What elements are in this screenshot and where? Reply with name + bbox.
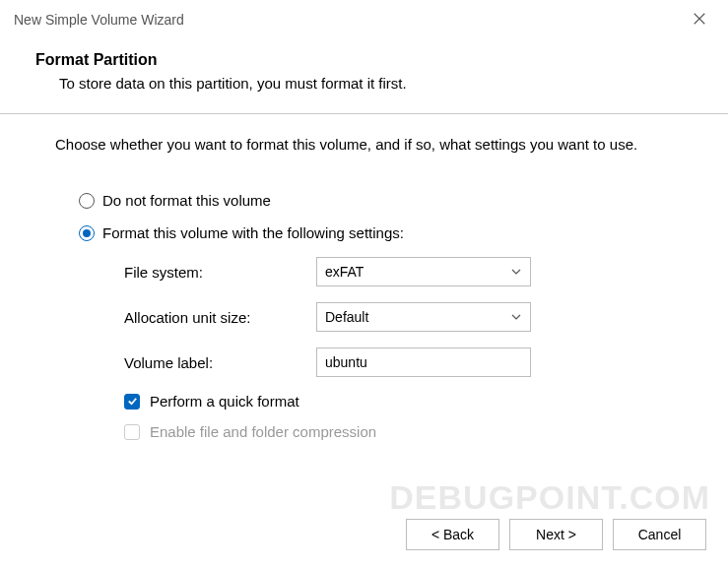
file-system-row: File system: exFAT bbox=[124, 257, 689, 286]
cancel-button[interactable]: Cancel bbox=[613, 519, 706, 550]
close-icon bbox=[693, 12, 706, 26]
file-system-select[interactable]: exFAT bbox=[316, 257, 531, 286]
instruction-text: Choose whether you want to format this v… bbox=[55, 136, 689, 153]
volume-label-input[interactable]: ubuntu bbox=[316, 347, 531, 377]
button-bar: < Back Next > Cancel bbox=[406, 519, 706, 550]
file-system-value: exFAT bbox=[325, 264, 364, 280]
radio-row-no-format[interactable]: Do not format this volume bbox=[79, 192, 689, 209]
radio-format-label: Format this volume with the following se… bbox=[102, 224, 404, 241]
volume-label-label: Volume label: bbox=[124, 354, 316, 371]
volume-label-row: Volume label: ubuntu bbox=[124, 347, 689, 377]
window-title: New Simple Volume Wizard bbox=[14, 12, 184, 28]
radio-row-format[interactable]: Format this volume with the following se… bbox=[79, 224, 689, 241]
chevron-down-icon bbox=[510, 311, 522, 323]
quick-format-label: Perform a quick format bbox=[150, 393, 299, 410]
alloc-size-value: Default bbox=[325, 309, 368, 325]
back-button[interactable]: < Back bbox=[406, 519, 499, 550]
page-subheading: To store data on this partition, you mus… bbox=[59, 75, 728, 92]
compression-checkbox bbox=[124, 424, 140, 440]
check-icon bbox=[127, 396, 138, 407]
radio-format[interactable] bbox=[79, 225, 95, 241]
next-button[interactable]: Next > bbox=[509, 519, 603, 550]
volume-label-value: ubuntu bbox=[325, 354, 367, 370]
quick-format-checkbox[interactable] bbox=[124, 394, 140, 410]
content-area: Choose whether you want to format this v… bbox=[0, 114, 728, 440]
alloc-size-row: Allocation unit size: Default bbox=[124, 302, 689, 332]
chevron-down-icon bbox=[510, 266, 522, 278]
watermark: DEBUGPOINT.COM bbox=[389, 478, 710, 517]
file-system-label: File system: bbox=[124, 264, 316, 281]
compression-label: Enable file and folder compression bbox=[150, 423, 376, 440]
alloc-size-label: Allocation unit size: bbox=[124, 309, 316, 326]
titlebar: New Simple Volume Wizard bbox=[0, 0, 728, 35]
alloc-size-select[interactable]: Default bbox=[316, 302, 531, 332]
close-button[interactable] bbox=[685, 8, 714, 32]
header-region: Format Partition To store data on this p… bbox=[0, 35, 728, 105]
radio-no-format[interactable] bbox=[79, 193, 95, 209]
quick-format-row[interactable]: Perform a quick format bbox=[124, 393, 689, 410]
page-heading: Format Partition bbox=[35, 51, 728, 69]
radio-no-format-label: Do not format this volume bbox=[102, 192, 271, 209]
format-options-group: Do not format this volume Format this vo… bbox=[79, 192, 689, 440]
compression-row: Enable file and folder compression bbox=[124, 423, 689, 440]
format-settings: File system: exFAT Allocation unit size:… bbox=[124, 257, 689, 440]
